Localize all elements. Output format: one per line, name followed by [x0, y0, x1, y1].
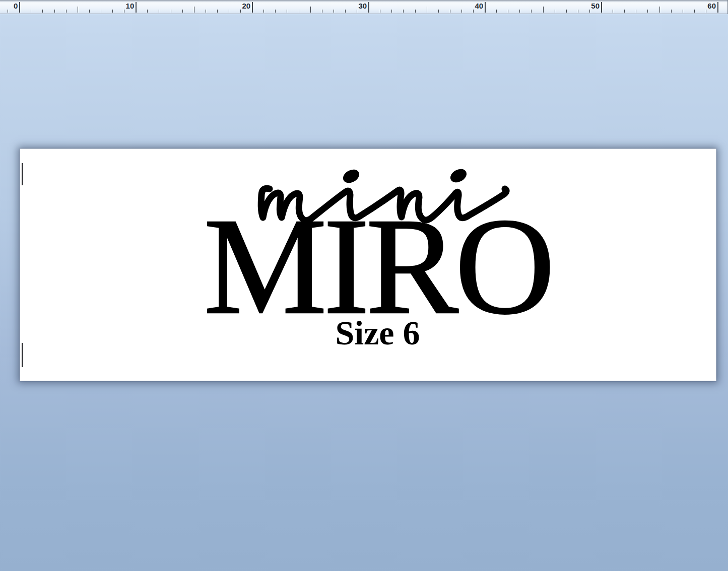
ruler-tick: [485, 2, 486, 13]
ruler-tick: [601, 2, 602, 13]
ruler-tick: [182, 10, 183, 13]
ruler-tick: [159, 10, 159, 13]
ruler-tick: [403, 10, 404, 13]
ruler-number: 60: [707, 2, 717, 10]
ruler-number: 10: [126, 2, 136, 10]
ruler-tick: [66, 10, 67, 13]
ruler-tick: [496, 10, 497, 13]
ruler-tick: [206, 10, 206, 13]
ruler-tick: [334, 10, 334, 13]
ruler-tick: [461, 10, 462, 13]
registration-mark-bottom[interactable]: [22, 343, 23, 367]
ruler-tick: [519, 10, 520, 13]
ruler-number: 40: [475, 2, 485, 10]
ruler-tick: [647, 10, 648, 13]
ruler-tick: [147, 10, 148, 13]
ruler-tick: [624, 10, 625, 13]
ruler-tick: [322, 10, 322, 13]
ruler-tick: [391, 10, 392, 13]
ruler-tick: [415, 10, 416, 13]
ruler-tick: [555, 10, 555, 13]
ruler-number: 0: [14, 2, 19, 10]
ruler-tick: [217, 10, 218, 13]
ruler-tick: [263, 10, 264, 13]
ruler-tick: [171, 10, 171, 13]
ruler-tick: [310, 7, 311, 13]
ruler-tick: [368, 2, 369, 13]
ruler-tick: [275, 10, 276, 13]
ruler-number: 30: [358, 2, 368, 10]
ruler-tick: [706, 10, 706, 13]
ruler-tick: [124, 10, 124, 13]
ruler-tick: [380, 10, 380, 13]
label-canvas[interactable]: MIRO Size 6: [20, 149, 716, 381]
ruler-tick: [287, 10, 287, 13]
ruler-tick: [357, 10, 357, 13]
ruler-tick: [543, 7, 544, 13]
ruler-tick: [194, 7, 194, 13]
ruler-tick: [589, 10, 590, 13]
ruler-tick: [112, 10, 113, 13]
ruler-tick: [683, 10, 683, 13]
ruler-tick: [438, 10, 439, 13]
ruler-tick: [566, 10, 567, 13]
ruler-tick: [531, 10, 532, 13]
ruler-tick: [19, 2, 20, 13]
registration-mark-top[interactable]: [22, 163, 23, 185]
ruler-tick: [473, 10, 474, 13]
ruler-tick: [613, 10, 613, 13]
ruler-tick: [427, 7, 427, 13]
ruler-tick: [671, 10, 672, 13]
ruler-tick: [578, 10, 578, 13]
ruler-tick: [508, 10, 508, 13]
ruler-tick: [717, 2, 718, 13]
ruler-tick: [8, 10, 8, 13]
i-dots: [341, 166, 469, 185]
ruler-tick: [89, 10, 90, 13]
ruler-tick: [101, 10, 101, 13]
ruler-tick: [299, 10, 299, 13]
ruler-number: 50: [591, 2, 601, 10]
ruler-tick: [345, 10, 346, 13]
ruler-tick: [450, 10, 450, 13]
ruler-number: 20: [242, 2, 252, 10]
ruler-tick: [694, 10, 695, 13]
ruler-tick: [54, 10, 55, 13]
horizontal-ruler[interactable]: 0102030405060: [0, 0, 728, 14]
ruler-tick: [252, 2, 253, 13]
ruler-tick: [229, 10, 229, 13]
ruler-tick: [136, 2, 137, 13]
ruler-tick: [78, 7, 78, 13]
ruler-tick: [31, 10, 31, 13]
ruler-tick: [636, 10, 636, 13]
ruler-tick: [42, 10, 43, 13]
size-text[interactable]: Size 6: [30, 316, 725, 350]
ruler-tick: [659, 7, 660, 13]
ruler-tick: [240, 10, 241, 13]
